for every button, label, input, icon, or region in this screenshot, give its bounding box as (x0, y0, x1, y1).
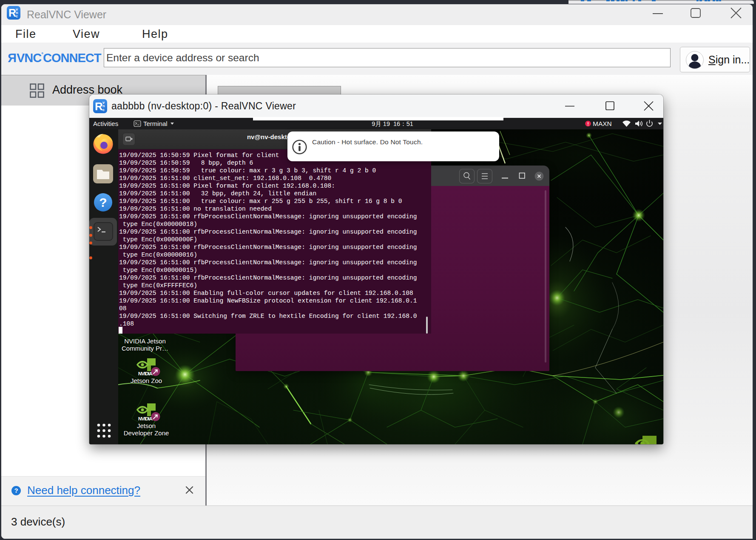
svg-text:Activities: Activities (93, 120, 118, 127)
svg-text:c: c (16, 14, 18, 18)
svg-text:?: ? (14, 487, 18, 494)
svg-text:Terminal: Terminal (143, 120, 168, 127)
svg-text:9月 19 16：51: 9月 19 16：51 (372, 120, 413, 127)
svg-text:!: ! (587, 121, 589, 126)
svg-text:R: R (95, 100, 103, 113)
svg-text:R: R (9, 7, 16, 19)
svg-text:MAXN: MAXN (593, 120, 612, 127)
svg-text:c: c (102, 108, 105, 112)
svg-text:?: ? (99, 195, 107, 209)
